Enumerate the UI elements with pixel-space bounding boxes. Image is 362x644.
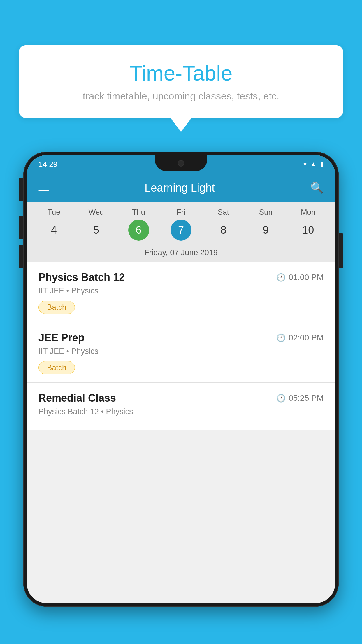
phone-screen: 14:29 ▾ ▲ ▮ Learning Light 🔍	[27, 155, 335, 603]
day-name: Mon	[301, 208, 316, 217]
phone-outer: 14:29 ▾ ▲ ▮ Learning Light 🔍	[23, 152, 339, 607]
signal-icon: ▲	[310, 160, 317, 168]
class-name: Physics Batch 12	[38, 271, 125, 284]
class-list: Physics Batch 12🕐 01:00 PMIIT JEE • Phys…	[27, 262, 335, 430]
day-number: 5	[86, 220, 107, 241]
calendar-day-mon[interactable]: Mon10	[291, 208, 326, 241]
notch-camera	[178, 160, 184, 167]
day-number: 10	[298, 220, 319, 241]
class-info: IIT JEE • Physics	[38, 286, 324, 295]
class-time: 🕐 02:00 PM	[276, 333, 324, 342]
class-item[interactable]: Remedial Class🕐 05:25 PMPhysics Batch 12…	[27, 383, 335, 430]
class-item-top: Physics Batch 12🕐 01:00 PM	[38, 271, 324, 284]
day-number: 6	[128, 220, 149, 241]
clock-icon: 🕐	[276, 333, 286, 342]
class-info: IIT JEE • Physics	[38, 347, 324, 356]
clock-icon: 🕐	[276, 394, 286, 403]
class-item[interactable]: JEE Prep🕐 02:00 PMIIT JEE • PhysicsBatch	[27, 322, 335, 383]
day-name: Wed	[89, 208, 104, 217]
days-row: Tue4Wed5Thu6Fri7Sat8Sun9Mon10	[27, 208, 335, 241]
class-item-top: JEE Prep🕐 02:00 PM	[38, 332, 324, 344]
class-time: 🕐 05:25 PM	[276, 393, 324, 403]
class-name: JEE Prep	[38, 332, 85, 344]
day-name: Sat	[218, 208, 229, 217]
notch	[155, 155, 207, 171]
class-item-top: Remedial Class🕐 05:25 PM	[38, 392, 324, 404]
calendar-day-wed[interactable]: Wed5	[79, 208, 114, 241]
day-number: 8	[213, 220, 234, 241]
wifi-icon: ▾	[303, 160, 307, 168]
day-name: Fri	[177, 208, 185, 217]
class-name: Remedial Class	[38, 392, 116, 404]
phone-wrapper: 14:29 ▾ ▲ ▮ Learning Light 🔍	[23, 152, 339, 644]
day-number: 9	[255, 220, 276, 241]
class-time: 🕐 01:00 PM	[276, 273, 324, 282]
status-bar: 14:29 ▾ ▲ ▮	[27, 155, 335, 173]
calendar-day-sun[interactable]: Sun9	[248, 208, 283, 241]
battery-icon: ▮	[320, 160, 324, 168]
bubble-title: Time-Table	[36, 61, 326, 85]
search-icon[interactable]: 🔍	[310, 182, 324, 194]
speech-bubble: Time-Table track timetable, upcoming cla…	[19, 45, 343, 118]
calendar-strip: Tue4Wed5Thu6Fri7Sat8Sun9Mon10 Friday, 07…	[27, 202, 335, 262]
status-icons: ▾ ▲ ▮	[303, 160, 324, 168]
day-name: Tue	[48, 208, 60, 217]
day-number: 7	[171, 220, 191, 241]
app-header: Learning Light 🔍	[27, 173, 335, 202]
calendar-day-sat[interactable]: Sat8	[206, 208, 241, 241]
app-title: Learning Light	[145, 182, 215, 194]
calendar-day-tue[interactable]: Tue4	[36, 208, 71, 241]
selected-date-label: Friday, 07 June 2019	[27, 244, 335, 262]
class-info: Physics Batch 12 • Physics	[38, 407, 324, 416]
day-name: Sun	[259, 208, 273, 217]
status-time: 14:29	[38, 160, 57, 169]
menu-button[interactable]	[38, 185, 49, 191]
day-number: 4	[43, 220, 64, 241]
day-name: Thu	[132, 208, 145, 217]
calendar-day-thu[interactable]: Thu6	[121, 208, 156, 241]
calendar-day-fri[interactable]: Fri7	[164, 208, 198, 241]
batch-badge: Batch	[38, 301, 75, 314]
clock-icon: 🕐	[276, 273, 286, 282]
class-item[interactable]: Physics Batch 12🕐 01:00 PMIIT JEE • Phys…	[27, 262, 335, 322]
speech-bubble-container: Time-Table track timetable, upcoming cla…	[19, 45, 343, 118]
batch-badge: Batch	[38, 361, 75, 374]
bubble-subtitle: track timetable, upcoming classes, tests…	[36, 90, 326, 102]
